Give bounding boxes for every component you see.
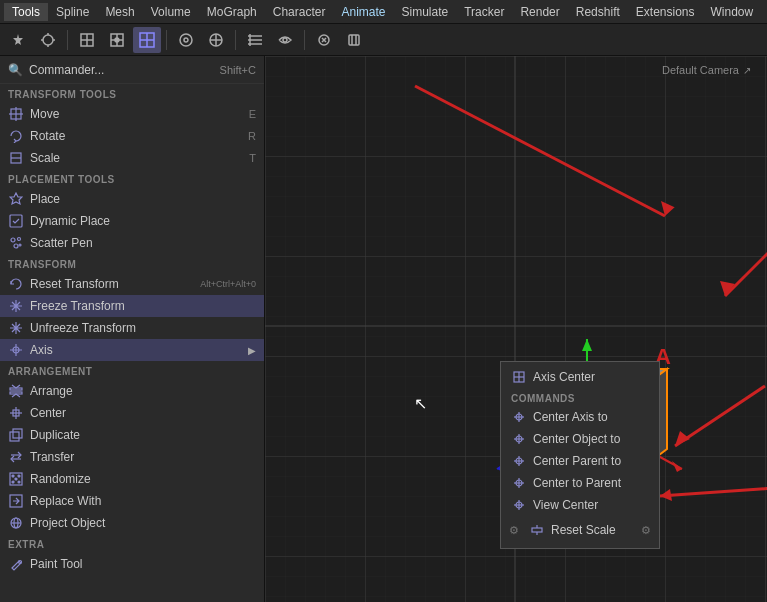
menu-volume[interactable]: Volume bbox=[143, 3, 199, 21]
toolbar-icon-7[interactable] bbox=[202, 27, 230, 53]
viewport[interactable]: A Default Camera ↗ Axis Center bbox=[265, 56, 767, 602]
tool-replace-with[interactable]: Replace With bbox=[0, 490, 264, 512]
toolbar-icon-3[interactable] bbox=[73, 27, 101, 53]
submenu-center-object-to[interactable]: Center Object to bbox=[501, 428, 659, 450]
toolbar-icon-4[interactable] bbox=[103, 27, 131, 53]
move-shortcut: E bbox=[249, 108, 256, 120]
tool-axis[interactable]: Axis ▶ bbox=[0, 339, 264, 361]
toolbar-icon-5[interactable] bbox=[133, 27, 161, 53]
project-object-label: Project Object bbox=[30, 516, 256, 530]
menu-redshift[interactable]: Redshift bbox=[568, 3, 628, 21]
menu-mograph[interactable]: MoGraph bbox=[199, 3, 265, 21]
menu-animate[interactable]: Animate bbox=[333, 3, 393, 21]
menu-simulate[interactable]: Simulate bbox=[394, 3, 457, 21]
paint-tool-icon bbox=[8, 556, 24, 572]
reset-transform-shortcut: Alt+Ctrl+Alt+0 bbox=[200, 279, 256, 289]
menu-extensions[interactable]: Extensions bbox=[628, 3, 703, 21]
tool-paint-tool[interactable]: Paint Tool bbox=[0, 553, 264, 575]
place-label: Place bbox=[30, 192, 256, 206]
tool-rotate[interactable]: Rotate R bbox=[0, 125, 264, 147]
tool-unfreeze-transform[interactable]: Unfreeze Transform bbox=[0, 317, 264, 339]
center-parent-to-label: Center Parent to bbox=[533, 454, 621, 468]
axis-center-label: Axis Center bbox=[533, 370, 595, 384]
tool-scale[interactable]: Scale T bbox=[0, 147, 264, 169]
submenu-center-axis-to[interactable]: Center Axis to bbox=[501, 406, 659, 428]
svg-point-46 bbox=[12, 475, 14, 477]
submenu-center-to-parent[interactable]: Center to Parent bbox=[501, 472, 659, 494]
toolbar-sep-4 bbox=[304, 30, 305, 50]
menu-render[interactable]: Render bbox=[512, 3, 567, 21]
toolbar-icon-2[interactable] bbox=[34, 27, 62, 53]
tool-move[interactable]: Move E bbox=[0, 103, 264, 125]
unfreeze-transform-icon bbox=[8, 320, 24, 336]
menu-help[interactable]: Help bbox=[761, 3, 767, 21]
tool-scatter-pen[interactable]: Scatter Pen bbox=[0, 232, 264, 254]
tool-duplicate[interactable]: Duplicate bbox=[0, 424, 264, 446]
menu-tools[interactable]: Tools bbox=[4, 3, 48, 21]
svg-point-34 bbox=[19, 244, 21, 246]
toolbar-icon-9[interactable] bbox=[271, 27, 299, 53]
reset-transform-icon bbox=[8, 276, 24, 292]
tool-freeze-transform[interactable]: Freeze Transform bbox=[0, 295, 264, 317]
tool-randomize[interactable]: Randomize bbox=[0, 468, 264, 490]
menu-mesh[interactable]: Mesh bbox=[97, 3, 142, 21]
view-center-icon bbox=[511, 497, 527, 513]
submenu-view-center[interactable]: View Center bbox=[501, 494, 659, 516]
freeze-transform-icon bbox=[8, 298, 24, 314]
tool-project-object[interactable]: Project Object bbox=[0, 512, 264, 534]
camera-name: Default Camera bbox=[662, 64, 739, 76]
randomize-icon bbox=[8, 471, 24, 487]
search-icon: 🔍 bbox=[8, 63, 23, 77]
move-icon bbox=[8, 106, 24, 122]
axis-arrow-icon: ▶ bbox=[248, 345, 256, 356]
tool-reset-transform[interactable]: Reset Transform Alt+Ctrl+Alt+0 bbox=[0, 273, 264, 295]
center-object-to-icon bbox=[511, 431, 527, 447]
view-center-label: View Center bbox=[533, 498, 598, 512]
toolbar-icon-1[interactable] bbox=[4, 27, 32, 53]
submenu-reset-scale[interactable]: Reset Scale bbox=[525, 519, 635, 541]
gear-right-icon[interactable]: ⚙ bbox=[639, 523, 653, 537]
gear-left-icon[interactable]: ⚙ bbox=[507, 523, 521, 537]
svg-point-49 bbox=[12, 481, 14, 483]
replace-with-label: Replace With bbox=[30, 494, 256, 508]
menu-window[interactable]: Window bbox=[703, 3, 762, 21]
tool-dynamic-place[interactable]: Dynamic Place bbox=[0, 210, 264, 232]
menu-tracker[interactable]: Tracker bbox=[456, 3, 512, 21]
randomize-label: Randomize bbox=[30, 472, 256, 486]
toolbar bbox=[0, 24, 767, 56]
transfer-label: Transfer bbox=[30, 450, 256, 464]
svg-point-33 bbox=[14, 244, 18, 248]
sidebar: 🔍 Commander... Shift+C TRANSFORM TOOLS M… bbox=[0, 56, 265, 602]
camera-icon: ↗ bbox=[743, 65, 751, 76]
commander-row[interactable]: 🔍 Commander... Shift+C bbox=[0, 56, 264, 84]
menu-spline[interactable]: Spline bbox=[48, 3, 97, 21]
toolbar-icon-11[interactable] bbox=[340, 27, 368, 53]
tool-arrange[interactable]: Arrange bbox=[0, 380, 264, 402]
submenu-center-parent-to[interactable]: Center Parent to bbox=[501, 450, 659, 472]
paint-tool-label: Paint Tool bbox=[30, 557, 256, 571]
svg-point-20 bbox=[283, 38, 287, 42]
submenu-reset-scale-row: ⚙ Reset Scale ⚙ bbox=[501, 516, 659, 544]
menu-bar: Tools Spline Mesh Volume MoGraph Charact… bbox=[0, 0, 767, 24]
tool-place[interactable]: Place bbox=[0, 188, 264, 210]
section-transform: TRANSFORM bbox=[0, 254, 264, 273]
toolbar-icon-8[interactable] bbox=[241, 27, 269, 53]
arrange-label: Arrange bbox=[30, 384, 256, 398]
svg-point-48 bbox=[15, 478, 17, 480]
svg-point-32 bbox=[18, 238, 21, 241]
tool-center[interactable]: Center bbox=[0, 402, 264, 424]
toolbar-sep-1 bbox=[67, 30, 68, 50]
reset-scale-label: Reset Scale bbox=[551, 523, 616, 537]
toolbar-icon-10[interactable] bbox=[310, 27, 338, 53]
svg-point-47 bbox=[18, 475, 20, 477]
tool-transfer[interactable]: Transfer bbox=[0, 446, 264, 468]
svg-point-12 bbox=[184, 38, 188, 42]
svg-point-11 bbox=[180, 34, 192, 46]
menu-character[interactable]: Character bbox=[265, 3, 334, 21]
submenu-axis-center[interactable]: Axis Center bbox=[501, 366, 659, 388]
svg-point-31 bbox=[11, 238, 15, 242]
toolbar-icon-6[interactable] bbox=[172, 27, 200, 53]
center-axis-to-icon bbox=[511, 409, 527, 425]
transfer-icon bbox=[8, 449, 24, 465]
commander-label: Commander... bbox=[29, 63, 104, 77]
